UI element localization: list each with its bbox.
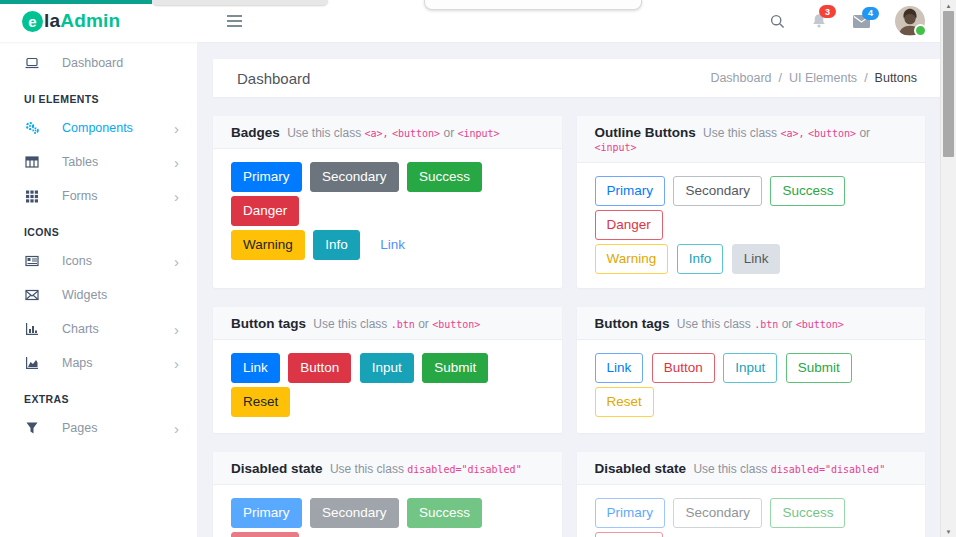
code-snippet: .btn	[391, 319, 415, 330]
primary-button[interactable]: Primary	[231, 162, 302, 192]
code-snippet: <a>,	[780, 128, 804, 139]
sidebar-item-charts[interactable]: Charts ›	[0, 312, 197, 346]
sidebar-item-label: Tables	[62, 155, 98, 169]
menu-toggle-icon[interactable]	[227, 15, 242, 27]
sidebar-item-tables[interactable]: Tables ›	[0, 145, 197, 179]
card-button-tags-outline: Button tags Use this class .btn or <butt…	[577, 307, 926, 433]
sidebar-item-pages[interactable]: Pages ›	[0, 411, 197, 445]
success-button[interactable]: Success	[407, 162, 482, 192]
sidebar-heading-icons: ICONS	[0, 213, 197, 244]
disabled-outline-primary-button[interactable]: Primary	[595, 498, 666, 528]
info-button[interactable]: Info	[313, 230, 360, 260]
card-header: Disabled state Use this class disabled="…	[577, 452, 926, 485]
outline-secondary-button[interactable]: Secondary	[673, 176, 762, 206]
breadcrumb-item[interactable]: Dashboard	[710, 71, 771, 85]
warning-button[interactable]: Warning	[231, 230, 305, 260]
card-disabled-state: Disabled state Use this class disabled="…	[213, 452, 562, 537]
sidebar-item-forms[interactable]: Forms ›	[0, 179, 197, 213]
submit-tag-button[interactable]: Submit	[422, 353, 488, 383]
outline-info-button[interactable]: Info	[677, 244, 724, 274]
sidebar-item-maps[interactable]: Maps ›	[0, 346, 197, 380]
notifications-bell-icon[interactable]: 3	[810, 12, 828, 30]
outline-link-tag-button[interactable]: Link	[595, 353, 644, 383]
chevron-right-icon: ›	[174, 254, 179, 269]
breadcrumb-item-current: Buttons	[875, 71, 917, 85]
card-disabled-state-outline: Disabled state Use this class disabled="…	[577, 452, 926, 537]
user-avatar[interactable]	[895, 6, 925, 36]
outline-link-button[interactable]: Link	[732, 244, 781, 274]
chevron-right-icon: ›	[174, 121, 179, 136]
scroll-down-arrow-icon[interactable]: ▼	[946, 526, 952, 537]
input-tag-button[interactable]: Input	[360, 353, 414, 383]
sidebar-item-label: Widgets	[62, 288, 107, 302]
breadcrumb-item[interactable]: UI Elements	[789, 71, 857, 85]
notifications-count-badge: 3	[819, 5, 836, 18]
sidebar: elaAdmin Dashboard UI ELEMENTS Component…	[0, 0, 198, 537]
breadcrumb-separator: /	[779, 71, 782, 85]
brand-logo-icon: e	[22, 11, 43, 32]
card-header: Button tags Use this class .btn or <butt…	[213, 307, 562, 340]
cards-grid: Badges Use this class <a>, <button> or <…	[213, 116, 925, 537]
area-chart-icon	[24, 355, 40, 371]
sidebar-item-label: Icons	[62, 254, 92, 268]
breadcrumb: Dashboard / UI Elements / Buttons	[710, 71, 917, 85]
disabled-secondary-button[interactable]: Secondary	[310, 498, 399, 528]
disabled-success-button[interactable]: Success	[407, 498, 482, 528]
disabled-primary-button[interactable]: Primary	[231, 498, 302, 528]
funnel-icon	[24, 420, 40, 436]
code-snippet: <button>	[432, 319, 480, 330]
card-body: Link Button Input Submit Reset	[577, 340, 926, 433]
link-tag-button[interactable]: Link	[231, 353, 280, 383]
chevron-right-icon: ›	[174, 189, 179, 204]
outline-submit-tag-button[interactable]: Submit	[786, 353, 852, 383]
card-badges: Badges Use this class <a>, <button> or <…	[213, 116, 562, 288]
disabled-outline-danger-button[interactable]: Danger	[595, 532, 663, 537]
outline-button-tag-button[interactable]: Button	[652, 353, 715, 383]
disabled-outline-secondary-button[interactable]: Secondary	[673, 498, 762, 528]
card-body: Primary Secondary Success Danger Warning…	[213, 485, 562, 537]
sidebar-item-label: Dashboard	[62, 56, 123, 70]
top-edge-artifact-2	[424, 0, 642, 10]
top-edge-artifact-1	[152, 0, 328, 5]
chevron-right-icon: ›	[174, 322, 179, 337]
code-snippet: <button>	[796, 319, 844, 330]
card-header: Outline Buttons Use this class <a>, <but…	[577, 116, 926, 163]
chevron-right-icon: ›	[174, 155, 179, 170]
card-title: Outline Buttons	[595, 125, 696, 140]
sidebar-item-label: Pages	[62, 421, 97, 435]
messages-count-badge: 4	[862, 7, 879, 20]
link-button[interactable]: Link	[368, 230, 417, 260]
messages-envelope-icon[interactable]: 4	[852, 14, 871, 29]
page-header: Dashboard Dashboard / UI Elements / Butt…	[213, 59, 941, 97]
button-tag-button[interactable]: Button	[288, 353, 351, 383]
outline-success-button[interactable]: Success	[770, 176, 845, 206]
reset-tag-button[interactable]: Reset	[231, 387, 290, 417]
search-icon[interactable]	[769, 13, 786, 30]
outline-reset-tag-button[interactable]: Reset	[595, 387, 654, 417]
outline-primary-button[interactable]: Primary	[595, 176, 666, 206]
disabled-danger-button[interactable]: Danger	[231, 532, 299, 537]
sidebar-item-label: Charts	[62, 322, 99, 336]
card-title: Disabled state	[231, 461, 323, 476]
brand-logo[interactable]: elaAdmin	[0, 0, 197, 42]
outline-warning-button[interactable]: Warning	[595, 244, 669, 274]
scroll-up-arrow-icon[interactable]: ▲	[946, 0, 952, 11]
secondary-button[interactable]: Secondary	[310, 162, 399, 192]
sidebar-item-dashboard[interactable]: Dashboard	[0, 46, 197, 80]
disabled-outline-success-button[interactable]: Success	[770, 498, 845, 528]
card-body: Primary Secondary Success Danger Warning…	[577, 163, 926, 288]
sidebar-item-components[interactable]: Components ›	[0, 111, 197, 145]
card-button-tags: Button tags Use this class .btn or <butt…	[213, 307, 562, 433]
danger-button[interactable]: Danger	[231, 196, 299, 226]
code-snippet: .btn	[754, 319, 778, 330]
sidebar-item-icons[interactable]: Icons ›	[0, 244, 197, 278]
card-header: Button tags Use this class .btn or <butt…	[577, 307, 926, 340]
envelope-icon	[24, 287, 40, 303]
card-body: Link Button Input Submit Reset	[213, 340, 562, 433]
sidebar-heading-extras: EXTRAS	[0, 380, 197, 411]
card-header: Disabled state Use this class disabled="…	[213, 452, 562, 485]
outline-input-tag-button[interactable]: Input	[723, 353, 777, 383]
sidebar-item-widgets[interactable]: Widgets	[0, 278, 197, 312]
scrollbar-thumb[interactable]	[943, 11, 954, 157]
outline-danger-button[interactable]: Danger	[595, 210, 663, 240]
